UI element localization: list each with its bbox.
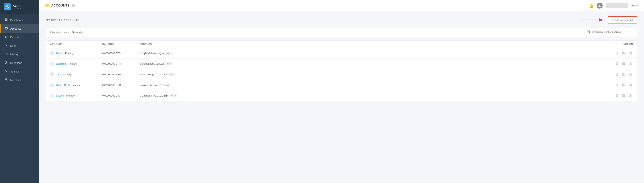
add-new-account-button[interactable]: ⊕ Add new account [608,16,637,24]
sidebar-item-dashboard[interactable]: Dashboard [0,16,39,24]
copy-button-0[interactable] [614,50,620,56]
svg-rect-7 [5,28,8,29]
svg-rect-68 [616,94,618,96]
svg-point-14 [5,62,7,64]
account-currency-2[interactable]: XRP [56,73,61,76]
avatar[interactable] [597,2,603,8]
accounts-icon [4,27,8,30]
section-header: MY CRYPTO ACCOUNTS ⊕ Add new account [46,16,637,24]
address-value-1: 0x06f07bb756...13932 [140,62,164,65]
account-currency-4[interactable]: Litecoin [56,94,64,97]
address-tag-0: main [165,52,172,54]
qr-button-2[interactable] [621,72,626,77]
qr-button-0[interactable] [621,50,626,56]
action-cell-1 [600,61,633,66]
search-input[interactable] [592,30,633,33]
merchant-icon [4,78,8,82]
address-cell-2: rKPPJJKE6gC3...hCU4D main [140,73,600,76]
table-row: ≡ Ethereum Primary 0.00000000 ETH 0x06f0… [46,58,637,69]
qr-button-1[interactable] [621,61,626,66]
add-button-3[interactable] [628,82,633,88]
search-icon: 🔍 [587,30,590,33]
send-icon [4,44,8,48]
add-button-0[interactable] [628,50,633,56]
address-tag-4: main [170,94,177,97]
table-row: ≡ Litecoin Primary 0.00000000 LTC MG8tmB… [46,90,637,101]
svg-rect-5 [5,20,6,21]
svg-rect-69 [622,94,624,96]
svg-rect-36 [622,62,624,64]
account-icon-3: ≡ [50,83,54,87]
address-value-2: rKPPJJKE6gC3...hCU4D [140,73,166,76]
copy-button-1[interactable] [614,61,620,66]
address-value-3: bitcoincash:...wnk55 [140,84,161,86]
add-new-label: Add new account [615,19,634,22]
address-value-4: MG8tmBq6RvdX...BEHTm [140,94,168,97]
account-currency-0[interactable]: Bitcoin [56,52,63,54]
settings-icon [4,70,8,74]
action-cell-3 [600,82,633,88]
svg-rect-25 [622,52,624,53]
filter-label: Filter by currency: [50,31,69,34]
account-currency-1[interactable]: Ethereum [56,62,66,65]
logout-button[interactable]: Logout [631,4,638,7]
add-button-4[interactable] [628,93,633,98]
account-icon-2: ≡ [50,72,54,76]
account-cell-0: ≡ Bitcoin Primary [50,51,102,55]
svg-rect-28 [624,53,625,54]
sidebar-item-deposit[interactable]: Deposit [0,33,39,42]
brand-name: ALFA [13,4,21,8]
address-cell-3: bitcoincash:...wnk55 main [140,84,600,86]
help-icon[interactable]: ? [72,4,75,7]
main-wrapper: 📁 ACCOUNTS ? 🔔 Logout MY CRYPTO ACCOUNTS [39,0,644,183]
sidebar-item-history[interactable]: History [0,50,39,59]
account-currency-3[interactable]: Bitcoin Cash [56,84,70,86]
account-label-0: Primary [65,52,74,54]
currency-filter-select[interactable]: Show all ▾ [72,31,94,34]
account-icon-4: ≡ [50,94,54,98]
address-value-0: bc1q2wk28lma...edjqn [140,52,164,54]
section-title: MY CRYPTO ACCOUNTS [46,19,80,22]
deposit-icon [4,36,8,39]
address-cell-1: 0x06f07bb756...13932 main [140,62,600,65]
copy-button-3[interactable] [614,82,620,88]
sidebar-item-accounts[interactable]: Accounts [0,24,39,33]
svg-rect-37 [624,62,625,64]
topbar: 📁 ACCOUNTS ? 🔔 Logout [39,0,644,11]
sidebar-item-send[interactable]: Send [0,42,39,50]
add-button-2[interactable] [628,72,633,77]
svg-rect-4 [6,18,8,20]
accounts-label: Accounts [10,27,21,30]
topbar-right: 🔔 Logout [589,2,638,8]
copy-button-2[interactable] [614,72,620,77]
add-button-1[interactable] [628,61,633,66]
copy-button-4[interactable] [614,93,620,98]
svg-point-15 [6,62,6,63]
svg-rect-46 [616,73,618,75]
table-row: ≡ XRP Primary 0.00000000 XRP rKPPJJKE6gC… [46,69,637,80]
sidebar-item-settings[interactable]: Settings [0,67,39,76]
qr-button-4[interactable] [621,93,626,98]
th-balance: BALANCE [102,43,140,46]
sidebar: ALFA COINS Dashboard [0,0,39,183]
topbar-folder-icon: 📁 [45,3,50,8]
address-cell-0: bc1q2wk28lma...edjqn main [140,52,600,54]
svg-rect-6 [6,20,8,21]
address-tag-3: main [163,84,170,86]
qr-button-3[interactable] [621,82,626,88]
svg-text:≡: ≡ [52,74,52,76]
action-cell-0 [600,50,633,56]
sidebar-item-donations[interactable]: Donations [0,59,39,67]
sidebar-item-merchant[interactable]: Merchant ▾ [0,76,39,84]
svg-point-18 [599,4,600,6]
svg-rect-48 [624,73,625,74]
history-icon [4,52,8,56]
notification-bell-icon[interactable]: 🔔 [589,3,594,8]
balance-cell-1: 0.00000000 ETH [102,62,140,65]
balance-cell-3: 0.00000000 BCH [102,84,140,86]
th-address: ADDRESS [140,43,600,46]
merchant-chevron-icon: ▾ [34,79,36,82]
dashboard-label: Dashboard [10,19,23,22]
svg-rect-35 [616,62,618,64]
filter-row: Filter by currency: Show all ▾ 🔍 [46,28,637,37]
